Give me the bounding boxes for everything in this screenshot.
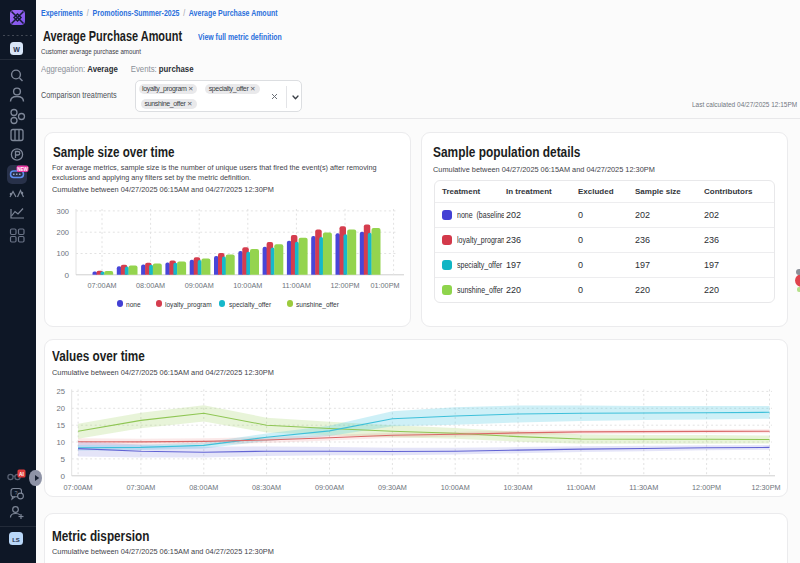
svg-text:20: 20 bbox=[57, 404, 66, 413]
svg-text:08:00AM: 08:00AM bbox=[189, 483, 218, 492]
svg-text:0: 0 bbox=[61, 472, 66, 481]
svg-text:09:00AM: 09:00AM bbox=[185, 281, 214, 290]
svg-text:10:00AM: 10:00AM bbox=[441, 483, 470, 492]
svg-text:5: 5 bbox=[61, 455, 66, 464]
svg-text:10:30AM: 10:30AM bbox=[504, 483, 533, 492]
svg-text:11:00AM: 11:00AM bbox=[282, 281, 311, 290]
svg-text:0: 0 bbox=[65, 271, 70, 280]
svg-text:100: 100 bbox=[57, 249, 70, 258]
svg-text:12:30PM: 12:30PM bbox=[752, 483, 781, 492]
svg-text:25: 25 bbox=[57, 387, 66, 396]
svg-text:07:30AM: 07:30AM bbox=[126, 483, 155, 492]
svg-text:01:00PM: 01:00PM bbox=[371, 281, 400, 290]
svg-text:LS: LS bbox=[12, 537, 20, 543]
svg-text:200: 200 bbox=[57, 228, 70, 237]
svg-text:07:00AM: 07:00AM bbox=[88, 281, 117, 290]
svg-text:07:00AM: 07:00AM bbox=[64, 483, 93, 492]
svg-text:11:30AM: 11:30AM bbox=[629, 483, 658, 492]
svg-text:300: 300 bbox=[57, 207, 70, 216]
svg-text:12:00PM: 12:00PM bbox=[331, 281, 360, 290]
svg-text:W: W bbox=[13, 46, 20, 53]
svg-text:?: ? bbox=[14, 490, 17, 496]
svg-text:08:30AM: 08:30AM bbox=[252, 483, 281, 492]
svg-text:15: 15 bbox=[57, 421, 66, 430]
svg-text:09:30AM: 09:30AM bbox=[378, 483, 407, 492]
svg-text:NEW: NEW bbox=[17, 167, 28, 172]
svg-text:10: 10 bbox=[57, 438, 66, 447]
svg-text:11:00AM: 11:00AM bbox=[566, 483, 595, 492]
svg-text:AI: AI bbox=[19, 472, 24, 477]
svg-text:09:00AM: 09:00AM bbox=[315, 483, 344, 492]
svg-text:08:00AM: 08:00AM bbox=[136, 281, 165, 290]
svg-text:12:00PM: 12:00PM bbox=[692, 483, 721, 492]
svg-text:10:00AM: 10:00AM bbox=[233, 281, 262, 290]
